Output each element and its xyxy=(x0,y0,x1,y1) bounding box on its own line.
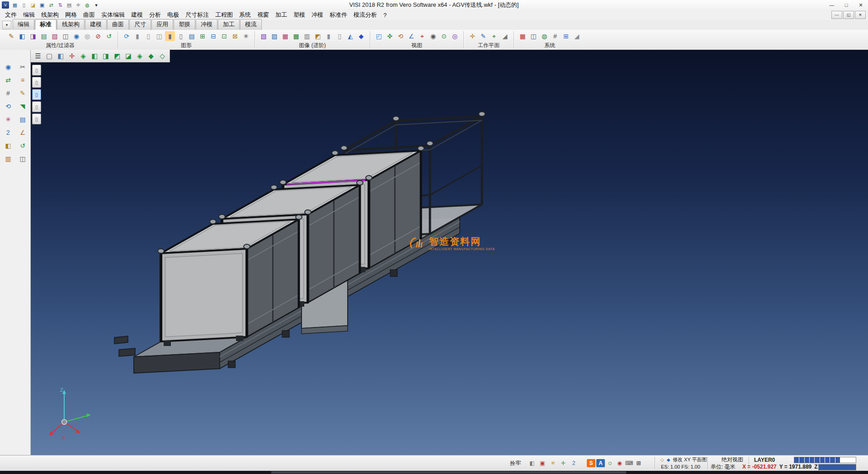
layer-slot-1[interactable]: ▯ xyxy=(32,65,41,76)
graphics-view-icon[interactable]: ⊡ xyxy=(219,31,229,41)
hidden-line-icon[interactable]: ▦ xyxy=(280,31,290,41)
active-cylinder-icon[interactable]: ▮ xyxy=(165,31,175,41)
workplane-create-icon[interactable]: ✛ xyxy=(467,31,477,41)
pan-view-icon[interactable]: ✜ xyxy=(385,31,395,41)
mdi-close-button[interactable]: ✕ xyxy=(855,11,866,19)
layer-slot-3[interactable]: ▯ xyxy=(32,89,41,100)
solid-list-icon[interactable]: ▤ xyxy=(187,31,197,41)
taskbar-app-segment[interactable] xyxy=(271,471,626,474)
right-view-icon[interactable]: ◩ xyxy=(112,51,123,61)
burst-tool-icon[interactable]: ✳ xyxy=(2,114,14,125)
menu-item[interactable]: 视窗 xyxy=(254,10,272,20)
disable-filter-icon[interactable]: ⊘ xyxy=(93,31,103,41)
snap-grid-icon[interactable]: # xyxy=(550,31,560,41)
solid-stack-icon[interactable]: ⊞ xyxy=(198,31,208,41)
bottom-view-icon[interactable]: ◆ xyxy=(146,51,156,61)
3d-viewport[interactable]: 智造资料网 INTELLIGENT MANUFACTURING DATA Z X xyxy=(30,50,868,455)
menu-item[interactable]: 模流分析 xyxy=(350,10,380,20)
gem-render-icon[interactable]: ◆ xyxy=(356,31,366,41)
hollow-cylinder-icon[interactable]: ▯ xyxy=(143,31,153,41)
tab[interactable]: 应用 xyxy=(151,19,173,30)
angle-measure-icon[interactable]: ∠ xyxy=(406,31,416,41)
print-icon[interactable]: ▤ xyxy=(65,1,73,9)
menu-item[interactable]: 冲模 xyxy=(308,10,326,20)
reset-filter-icon[interactable]: ↺ xyxy=(104,31,114,41)
menu-item[interactable]: 曲面 xyxy=(80,10,98,20)
windows-taskbar[interactable] xyxy=(0,471,868,474)
sogou-icon[interactable]: S xyxy=(587,459,595,467)
plane-xy-icon[interactable]: ◇ xyxy=(659,457,665,463)
units-label[interactable]: 单位: 毫米 xyxy=(711,464,736,470)
tag-tool-icon[interactable]: ◧ xyxy=(2,140,14,151)
copy-tool-icon[interactable]: ◫ xyxy=(17,153,28,164)
export-icon[interactable]: ⇅ xyxy=(56,1,64,9)
lang-mode-icon[interactable]: A xyxy=(596,459,605,467)
new-document-icon[interactable]: ▯ xyxy=(20,1,28,9)
tab[interactable]: 线架构 xyxy=(57,19,85,30)
graphics-db-icon[interactable]: ⊟ xyxy=(208,31,218,41)
view-dynamic-icon[interactable]: ✛ xyxy=(66,51,77,61)
maximize-button[interactable]: □ xyxy=(839,0,854,10)
tab[interactable]: 塑膜 xyxy=(174,19,195,30)
menu-item[interactable]: 工程图 xyxy=(212,10,236,20)
workplane-flip-icon[interactable]: ◢ xyxy=(500,31,510,41)
type-filter-icon[interactable]: ▧ xyxy=(50,31,60,41)
visibility-filter-icon[interactable]: ◉ xyxy=(71,31,81,41)
notes-tool-icon[interactable]: ▥ xyxy=(2,153,14,164)
open-file-icon[interactable]: ◪ xyxy=(29,1,37,9)
ghost-render-icon[interactable]: ▥ xyxy=(302,31,312,41)
layer-slot-2[interactable]: ▯ xyxy=(32,77,41,88)
workspace-icon[interactable]: ▦ xyxy=(11,1,19,9)
tab[interactable]: 模流 xyxy=(240,19,262,30)
globe-icon[interactable]: ◍ xyxy=(539,31,549,41)
undo-tool-icon[interactable]: ↺ xyxy=(17,140,28,151)
render-cylinder-icon[interactable]: ▮ xyxy=(324,31,334,41)
two-points-icon[interactable]: 2 xyxy=(2,127,14,138)
sketch-icon[interactable]: ✎ xyxy=(17,88,28,99)
tab[interactable]: 尺寸 xyxy=(129,19,151,30)
count-status-icon[interactable]: 2 xyxy=(570,459,578,467)
menu-item[interactable]: 电极 xyxy=(164,10,182,20)
half-cylinder-icon[interactable]: ◫ xyxy=(154,31,164,41)
workplane-origin-icon[interactable]: ⌖ xyxy=(489,31,499,41)
iso-view-icon[interactable]: ◈ xyxy=(78,51,89,61)
textured-render-icon[interactable]: ▩ xyxy=(291,31,301,41)
menu-item[interactable]: 文件 xyxy=(2,10,20,20)
monitor-icon[interactable]: ◫ xyxy=(528,31,538,41)
attribute-brush-icon[interactable]: ✎ xyxy=(6,31,16,41)
top-view-icon[interactable]: ◧ xyxy=(89,51,100,61)
menu-item[interactable]: 塑模 xyxy=(290,10,308,20)
render-tube-icon[interactable]: ▯ xyxy=(335,31,344,41)
menu-item[interactable]: 编辑 xyxy=(20,10,38,20)
minimize-button[interactable]: — xyxy=(825,0,839,10)
gold-status-icon[interactable]: ✳ xyxy=(549,459,557,467)
flag-render-icon[interactable]: ◭ xyxy=(345,31,355,41)
menu-item[interactable]: ? xyxy=(380,11,390,19)
plane-tilt-icon[interactable]: ◢ xyxy=(572,31,582,41)
tab[interactable]: 冲模 xyxy=(196,19,217,30)
save-icon[interactable]: ▣ xyxy=(38,1,46,9)
grid-snap-icon[interactable]: # xyxy=(2,88,14,99)
menu-item[interactable]: 实体编辑 xyxy=(98,10,128,20)
menu-item[interactable]: 加工 xyxy=(272,10,290,20)
rotate-view-icon[interactable]: ⟲ xyxy=(396,31,406,41)
layer-slot-5[interactable]: ▯ xyxy=(32,114,41,124)
menu-item[interactable]: 分析 xyxy=(146,10,164,20)
camera-view-icon[interactable]: ◎ xyxy=(450,31,460,41)
quick-access-dropdown[interactable]: ▾ xyxy=(92,1,100,9)
refresh-graphics-icon[interactable]: ⟳ xyxy=(122,31,132,41)
probe-view-icon[interactable]: ⌖ xyxy=(417,31,427,41)
menu-item[interactable]: 标准件 xyxy=(326,10,350,20)
mirror-icon[interactable]: ⇄ xyxy=(2,75,14,85)
front-view-icon[interactable]: ◨ xyxy=(100,51,111,61)
menu-item[interactable]: 建模 xyxy=(128,10,146,20)
plane-label[interactable]: 修改 XY 平面图 xyxy=(673,456,707,463)
graphics-edit-icon[interactable]: ⊠ xyxy=(230,31,240,41)
tab[interactable]: 编辑 xyxy=(13,19,34,30)
lock-status-icon[interactable]: ◧ xyxy=(528,459,536,467)
trim-icon[interactable]: ✂ xyxy=(17,62,28,72)
workplane-edit-icon[interactable]: ✎ xyxy=(478,31,488,41)
layer-slot-4[interactable]: ▯ xyxy=(32,101,41,112)
tab[interactable]: 标准 xyxy=(35,19,57,30)
view-list-icon[interactable]: ☰ xyxy=(33,51,43,61)
